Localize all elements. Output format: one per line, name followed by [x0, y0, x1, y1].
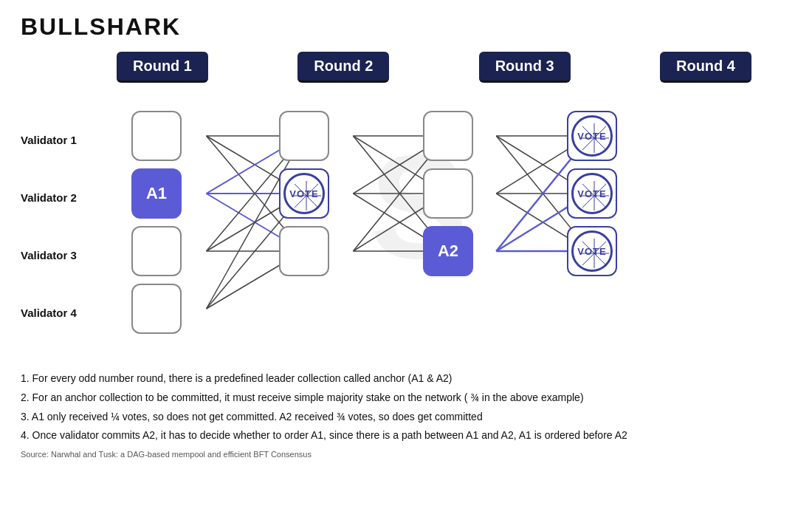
round-header-2: Round 2 [297, 52, 389, 83]
validator-4-label: Validator 4 [21, 284, 77, 341]
round-header-1: Round 1 [117, 52, 208, 83]
node-v3-r2 [279, 226, 329, 276]
vote-stamp-v3r4: VOTE [571, 230, 613, 272]
svg-line-9 [207, 136, 303, 309]
node-v3-r1 [131, 226, 182, 276]
round-header-3: Round 3 [479, 52, 571, 83]
node-v4-r1 [131, 284, 182, 334]
node-v3-r3-anchor: A2 [423, 226, 473, 276]
node-v1-r4: VOTE [567, 111, 617, 161]
node-v1-r1 [131, 111, 182, 161]
note-4: 4. Once validator commits A2, it has to … [21, 427, 791, 445]
note-1: 1. For every odd number round, there is … [21, 370, 791, 388]
node-v2-r2: VOTE [279, 168, 329, 219]
note-2: 2. For an anchor collection to be commit… [21, 389, 791, 407]
vote-stamp-v1r4: VOTE [571, 115, 613, 157]
node-v1-r3 [423, 111, 473, 161]
vote-stamp-v2r4: VOTE [571, 173, 613, 214]
diagram-area: S Round 1 Round 2 Round 3 Round 4 Valida… [21, 48, 791, 366]
note-3: 3. A1 only received ¼ votes, so does not… [21, 408, 791, 426]
node-v2-r4: VOTE [567, 168, 617, 219]
source-text: Source: Narwhal and Tusk: a DAG-based me… [21, 448, 791, 462]
round-header-4: Round 4 [660, 52, 751, 83]
validator-2-label: Validator 2 [21, 168, 77, 226]
validator-1-label: Validator 1 [21, 111, 77, 168]
node-v2-r3 [423, 168, 473, 219]
page: BULLSHARK S Round 1 Round 2 Round 3 Roun… [0, 0, 812, 520]
notes-section: 1. For every odd number round, there is … [21, 370, 791, 462]
page-title: BULLSHARK [21, 13, 791, 41]
node-v3-r4: VOTE [567, 226, 617, 276]
round-headers: Round 1 Round 2 Round 3 Round 4 [117, 52, 751, 83]
node-v2-r1-anchor: A1 [131, 168, 182, 219]
vote-stamp-v2r2: VOTE [283, 173, 325, 214]
node-v1-r2 [279, 111, 329, 161]
validator-labels: Validator 1 Validator 2 Validator 3 Vali… [21, 111, 77, 341]
validator-3-label: Validator 3 [21, 226, 77, 284]
